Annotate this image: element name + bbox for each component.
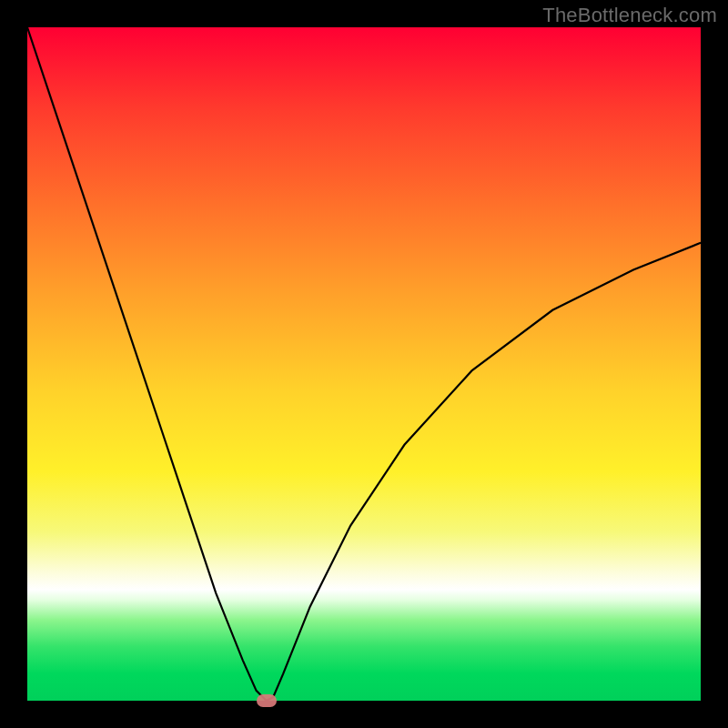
watermark-text: TheBottleneck.com — [542, 4, 717, 27]
minimum-marker — [257, 694, 277, 707]
bottleneck-curve — [27, 27, 701, 701]
chart-frame: TheBottleneck.com — [0, 0, 728, 728]
curve-path — [27, 27, 701, 701]
plot-area — [27, 27, 701, 701]
